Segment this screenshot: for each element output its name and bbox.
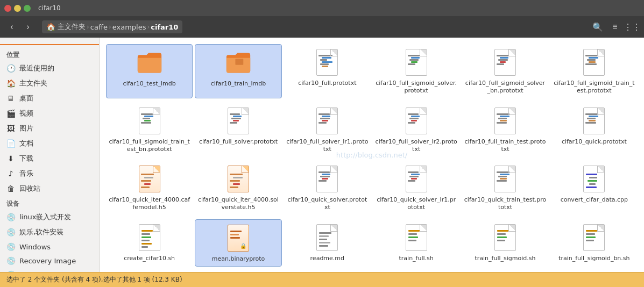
close-button[interactable] — [4, 5, 11, 12]
file-name-full-sigmoid-solver-bn: cifar10_full_sigmoid_solver_bn.prototxt — [464, 80, 546, 95]
breadcrumb-examples[interactable]: examples — [112, 23, 146, 31]
file-item-full-solver[interactable]: cifar10_full_solver.prototxt — [195, 103, 281, 157]
sidebar-item-videos[interactable]: 🎬 视频 — [0, 106, 99, 121]
file-item-cifar10-test-lmdb[interactable]: cifar10_test_lmdb — [106, 44, 193, 98]
menu-button[interactable]: ≡ — [607, 19, 622, 34]
documents-icon: 📄 — [6, 139, 15, 148]
file-item-full-sigmoid-solver[interactable]: cifar10_full_sigmoid_solver.prototxt — [373, 44, 459, 98]
file-name-quick-solverstate: cifar10_quick_iter_4000.solverstate.h5 — [197, 196, 279, 212]
sidebar-item-linux-dev[interactable]: 💿 linux嵌入式开发 — [0, 210, 99, 225]
sidebar-item-entertainment[interactable]: 💿 娱乐,软件安装 — [0, 225, 99, 240]
sidebar: 位置 🕐 最近使用的 🏠 主文件夹 🖥 桌面 🎬 视频 🖼 图片 📄 文档 ⬇ … — [0, 38, 100, 272]
proto-icon-full-train-test — [492, 106, 518, 136]
file-name-train-full-sigmoid-bn: train_full_sigmoid_bn.sh — [558, 255, 629, 262]
file-item-full-solver-lr1[interactable]: cifar10_full_solver_lr1.prototxt — [284, 103, 371, 157]
search-button[interactable]: 🔍 — [590, 19, 605, 34]
file-name-readme: readme.md — [310, 255, 344, 262]
file-item-full-train-test[interactable]: cifar10_full_train_test.prototxt — [462, 103, 548, 157]
sidebar-label-entertainment: 娱乐,软件安装 — [19, 227, 63, 237]
sidebar-label-desktop: 桌面 — [19, 94, 33, 103]
sidebar-item-downloads[interactable]: ⬇ 下载 — [0, 151, 99, 166]
sidebar-divider-top — [0, 44, 99, 45]
sidebar-label-pictures: 图片 — [19, 124, 33, 133]
sidebar-label-windows: Windows — [19, 243, 51, 251]
sidebar-item-pictures[interactable]: 🖼 图片 — [0, 121, 99, 136]
file-item-cifar10-train-lmdb[interactable]: cifar10_train_lmdb — [195, 44, 281, 98]
breadcrumb-home-label: 主文件夹 — [58, 22, 86, 32]
view-button[interactable]: ⋮⋮ — [625, 19, 640, 34]
file-item-full-sigmoid-train-test[interactable]: cifar10_full_sigmoid_train_test.prototxt — [551, 44, 638, 98]
back-button[interactable]: ‹ — [4, 19, 19, 34]
file-item-quick-solver-lr1[interactable]: cifar10_quick_solver_lr1.prototxt — [373, 161, 459, 215]
forward-button[interactable]: › — [20, 19, 36, 34]
minimize-button[interactable] — [14, 5, 21, 12]
win-re-icon: 💿 — [6, 270, 15, 272]
nav-controls: ‹ › — [4, 19, 36, 34]
sidebar-label-linux-dev: linux嵌入式开发 — [19, 212, 71, 222]
window-controls — [4, 5, 31, 12]
sidebar-label-win-re: Windows RE tools — [19, 271, 81, 272]
file-item-full-sigmoid-solver-bn[interactable]: cifar10_full_sigmoid_solver_bn.prototxt — [462, 44, 548, 98]
sh-icon-train-full-sigmoid-bn — [581, 223, 607, 253]
file-name-full-sigmoid-solver: cifar10_full_sigmoid_solver.prototxt — [375, 80, 457, 95]
sidebar-label-home: 主文件夹 — [19, 78, 47, 88]
sidebar-item-win-re[interactable]: 💿 Windows RE tools — [0, 268, 99, 272]
sidebar-label-documents: 文档 — [19, 139, 33, 148]
toolbar: ‹ › 🏠 主文件夹 › caffe › examples › cifar10 … — [0, 16, 644, 38]
file-item-convert-cifar[interactable]: convert_cifar_data.cpp — [551, 161, 638, 215]
sidebar-item-recent[interactable]: 🕐 最近使用的 — [0, 61, 99, 76]
sidebar-label-music: 音乐 — [19, 169, 33, 178]
file-name-train-full-sigmoid: train_full_sigmoid.sh — [475, 255, 535, 262]
file-item-quick-solver[interactable]: cifar10_quick_solver.prototxt — [284, 161, 371, 215]
sh-icon-train-full — [404, 223, 429, 253]
entertainment-icon: 💿 — [6, 228, 15, 236]
file-name-full-solver: cifar10_full_solver.prototxt — [199, 138, 278, 146]
sidebar-item-music[interactable]: ♪ 音乐 — [0, 166, 99, 181]
sidebar-item-home[interactable]: 🏠 主文件夹 — [0, 76, 99, 91]
file-item-full-sigmoid-train-test-bn[interactable]: cifar10_full_sigmoid_train_test_bn.proto… — [106, 103, 193, 157]
linux-dev-icon: 💿 — [6, 213, 15, 221]
sidebar-item-recovery[interactable]: 💿 Recovery Image — [0, 254, 99, 268]
file-item-train-full[interactable]: train_full.sh — [373, 219, 459, 267]
breadcrumb-cifar10[interactable]: cifar10 — [151, 23, 178, 31]
file-item-quick-train-test[interactable]: cifar10_quick_train_test.prototxt — [462, 161, 548, 215]
file-item-train-full-sigmoid-bn[interactable]: train_full_sigmoid_bn.sh — [551, 219, 638, 267]
file-name-mean-binaryproto: mean.binaryproto — [212, 255, 265, 263]
recovery-icon: 💿 — [6, 256, 15, 265]
sidebar-item-documents[interactable]: 📄 文档 — [0, 136, 99, 151]
file-item-quick-solverstate[interactable]: cifar10_quick_iter_4000.solverstate.h5 — [195, 161, 281, 215]
file-item-create-cifar[interactable]: create_cifar10.sh — [106, 219, 193, 267]
videos-icon: 🎬 — [6, 109, 15, 118]
sidebar-item-windows[interactable]: 💿 Windows — [0, 240, 99, 254]
file-name-full-solver-lr1: cifar10_full_solver_lr1.prototxt — [286, 138, 369, 154]
breadcrumb-caffe[interactable]: caffe — [90, 23, 108, 31]
file-item-readme[interactable]: readme.md — [284, 219, 371, 267]
file-name-quick-solver: cifar10_quick_solver.prototxt — [286, 196, 369, 212]
file-name-full-solver-lr2: cifar10_full_solver_lr2.prototxt — [375, 138, 457, 154]
file-item-mean-binaryproto[interactable]: 🔒 mean.binaryproto — [195, 219, 281, 267]
file-item-quick-caffemodel[interactable]: cifar10_quick_iter_4000.caffemodel.h5 — [106, 161, 193, 215]
proto-icon-full-solver-lr1 — [314, 106, 340, 136]
svg-rect-0 — [235, 59, 243, 65]
sidebar-item-desktop[interactable]: 🖥 桌面 — [0, 91, 99, 106]
proto-icon-full-solver — [225, 106, 251, 136]
home-sidebar-icon: 🏠 — [6, 79, 15, 88]
breadcrumb-sep-3: › — [147, 23, 150, 31]
desktop-icon: 🖥 — [6, 94, 15, 103]
file-name-cifar10-full-proto: cifar10_full.prototxt — [298, 80, 356, 87]
proto-icon-full-solver-lr2 — [404, 106, 429, 136]
file-item-train-full-sigmoid[interactable]: train_full_sigmoid.sh — [462, 219, 548, 267]
sidebar-section-devices: 设备 — [0, 196, 99, 210]
file-name-cifar10-train-lmdb: cifar10_train_lmdb — [211, 80, 266, 88]
maximize-button[interactable] — [24, 5, 31, 12]
home-icon: 🏠 — [46, 23, 55, 31]
sidebar-label-videos: 视频 — [19, 109, 33, 118]
file-item-quick-proto[interactable]: cifar10_quick.prototxt — [551, 103, 638, 157]
file-name-quick-caffemodel: cifar10_quick_iter_4000.caffemodel.h5 — [108, 196, 190, 212]
windows-icon: 💿 — [6, 242, 15, 251]
breadcrumb-home[interactable]: 🏠 主文件夹 — [46, 22, 86, 32]
sidebar-item-trash[interactable]: 🗑 回收站 — [0, 181, 99, 196]
file-item-full-solver-lr2[interactable]: cifar10_full_solver_lr2.prototxt — [373, 103, 459, 157]
file-item-cifar10-full-proto[interactable]: cifar10_full.prototxt — [284, 44, 371, 98]
sidebar-label-recent: 最近使用的 — [19, 63, 54, 73]
